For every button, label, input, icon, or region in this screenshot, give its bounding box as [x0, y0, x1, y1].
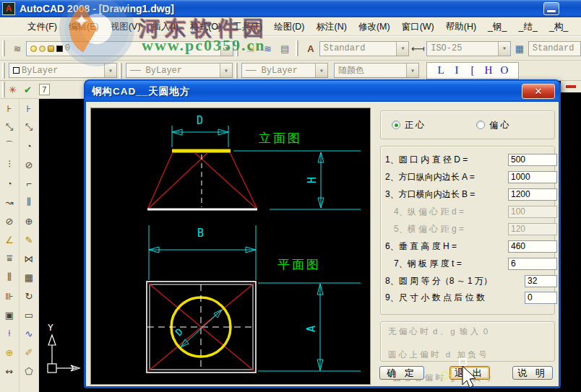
dim-diameter-icon[interactable]: ⊘ [1, 212, 18, 230]
dim-radius2-icon[interactable]: ◔ [20, 136, 38, 155]
section-H-button[interactable]: H [481, 64, 496, 77]
input-thickness-t[interactable] [508, 258, 557, 270]
quick-dim-icon[interactable]: ⩸ [1, 249, 18, 268]
check-icon[interactable]: ✔ [24, 84, 32, 95]
radio-centered[interactable]: 正 心 [392, 119, 424, 131]
menu-file[interactable]: 文件(F) [22, 17, 63, 36]
layer-properties-icon[interactable]: ≋ [9, 40, 25, 56]
input-side-B[interactable] [508, 188, 557, 201]
help-button[interactable]: 说 明 [512, 366, 553, 380]
menu-tools[interactable]: 工具(T) [227, 17, 268, 36]
menu-dimension[interactable]: 标注(N) [311, 17, 353, 36]
chevron-down-icon[interactable]: ▾ [396, 42, 408, 56]
window-title: AutoCAD 2008 - [Drawing1.dwg] [20, 3, 174, 14]
leader-icon[interactable]: ✎ [20, 230, 38, 249]
dim-text-edit-icon[interactable]: ⍿ [1, 324, 18, 343]
dim-update-icon[interactable]: ↭ [1, 362, 18, 380]
dim-aligned2-icon[interactable]: ⤡ [20, 118, 38, 136]
layer-combo[interactable]: 0 ▾ [26, 41, 233, 56]
dim-linear2-icon[interactable]: ⊦ [20, 99, 38, 118]
polyline-icon[interactable]: ∿ [20, 324, 38, 343]
lineweight-combo[interactable]: —— ByLayer ▾ [241, 63, 328, 78]
dim-angular2-icon[interactable]: ⌐ [20, 174, 38, 193]
rotate-icon[interactable]: ↻ [20, 287, 38, 305]
menu-jie[interactable]: _结_ [513, 17, 543, 36]
menu-gou[interactable]: _构_ [543, 17, 574, 36]
section-I-button[interactable]: I [449, 64, 465, 77]
ok-button[interactable]: 确 定 [379, 366, 424, 380]
minimize-button[interactable] [543, 2, 559, 15]
chevron-down-icon[interactable]: ▾ [315, 64, 327, 77]
input-height-H[interactable] [508, 240, 557, 253]
radio-eccentric[interactable]: 偏 心 [476, 119, 509, 131]
layer-previous-icon[interactable]: ≋ [259, 40, 275, 56]
dim-style-combo[interactable]: ISO-25 ▾ [426, 41, 511, 56]
close-icon: ✕ [535, 86, 543, 97]
text-style-icon[interactable]: A [303, 40, 319, 56]
mirror-icon[interactable]: ⋈ [20, 249, 38, 268]
toolbar-grip[interactable] [235, 63, 238, 79]
dim-label-D-plan: D [173, 326, 185, 339]
center-mark-icon[interactable]: ⊕ [20, 212, 38, 230]
dim-ordinate-icon[interactable]: ⫶ [1, 155, 18, 174]
array-icon[interactable]: ▦ [20, 268, 38, 287]
rectangle-icon[interactable]: ▭ [20, 305, 38, 324]
chevron-down-icon[interactable]: ▾ [498, 42, 510, 56]
toolbar-grip[interactable] [2, 82, 5, 97]
input-side-A[interactable] [508, 171, 557, 183]
layers-styles-toolbar: ≋ 0 ▾ ⇲ ≋ ▤ A Standard ▾ ⟻ ISO-25 ▾ ▦ [0, 36, 581, 61]
toolbar-grip[interactable] [296, 40, 298, 56]
table-style-combo[interactable]: Standard [528, 41, 581, 56]
dim-style-icon[interactable]: ⟻ [410, 40, 426, 56]
dialog-title-bar[interactable]: 钢构CAD__天圆地方 ✕ [85, 81, 559, 102]
toolbar-grip[interactable] [236, 40, 238, 56]
menu-draw[interactable]: 绘图(D) [268, 17, 310, 36]
pencil-icon[interactable]: ✐ [20, 343, 38, 362]
plot-style-combo[interactable]: 随颜色 ▾ [334, 63, 419, 78]
menu-gang[interactable]: _钢_ [482, 17, 512, 36]
dim-edit-icon[interactable]: ▣ [1, 305, 18, 324]
gear-icon[interactable]: ✳ [9, 84, 17, 95]
menu-insert[interactable]: 插入(I) [146, 17, 184, 36]
polygon-icon[interactable]: ⬠ [20, 362, 38, 380]
menu-window[interactable]: 窗口(W) [396, 17, 440, 36]
dim-center-icon[interactable]: ⊕ [1, 343, 18, 362]
dim-angular-icon[interactable]: ∠ [1, 230, 18, 249]
linetype-combo[interactable]: —— ByLayer ▾ [126, 63, 233, 78]
make-layer-current-icon[interactable]: ⇲ [243, 40, 259, 56]
layer-states-icon[interactable]: ▤ [277, 40, 293, 56]
section-L-button[interactable]: L [433, 64, 449, 77]
chevron-down-icon[interactable]: ▾ [220, 64, 232, 77]
dim-aligned-icon[interactable]: ⤡ [1, 118, 18, 136]
color-combo[interactable]: ByLayer ▾ [9, 63, 117, 78]
dim-arc-icon[interactable]: ⌒ [1, 136, 18, 155]
dim-linear-icon[interactable]: ⊦ [1, 99, 18, 118]
menu-view[interactable]: 视图(V) [105, 17, 147, 36]
table-style-icon[interactable]: ▦ [512, 40, 528, 56]
menu-modify[interactable]: 修改(M) [353, 17, 396, 36]
dim-diameter2-icon[interactable]: ⊘ [20, 155, 38, 174]
menu-help[interactable]: 帮助(H) [440, 17, 482, 36]
toolbar-grip[interactable] [119, 63, 122, 79]
dim-radius-icon[interactable]: ◔ [1, 174, 18, 193]
section-C-button[interactable]: [ [465, 64, 481, 77]
dim-baseline2-icon[interactable]: ⫼ [20, 193, 38, 212]
close-button[interactable]: ✕ [522, 84, 555, 99]
dim-jogged-icon[interactable]: ↝ [1, 193, 18, 212]
dim-baseline-icon[interactable]: ⫼ [1, 268, 18, 287]
toolbar-grip[interactable] [2, 63, 5, 79]
input-segments[interactable] [525, 275, 557, 287]
toolbar-grip[interactable] [2, 40, 5, 56]
menu-format[interactable]: 格式(O) [184, 17, 227, 36]
dim-continue-icon[interactable]: ⊪ [1, 287, 18, 305]
plot-style-value: 随颜色 [335, 64, 406, 77]
menu-edit[interactable]: 编辑(E) [63, 17, 105, 36]
input-decimals[interactable] [525, 292, 557, 304]
input-diameter-D[interactable] [508, 154, 557, 166]
chevron-down-icon[interactable]: ▾ [406, 64, 418, 77]
chevron-down-icon[interactable]: ▾ [220, 42, 233, 56]
section-O-button[interactable]: O [496, 64, 512, 77]
layout-7-button[interactable]: 7 [39, 84, 50, 95]
chevron-down-icon[interactable]: ▾ [104, 64, 116, 77]
text-style-combo[interactable]: Standard ▾ [319, 41, 410, 56]
